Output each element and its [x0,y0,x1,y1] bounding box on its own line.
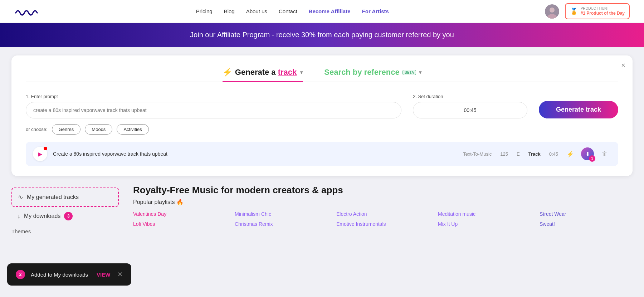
bottom-section: ∿ My generated tracks ↓ My downloads 3 T… [0,185,644,234]
chevron-down-icon: ▾ [300,69,303,75]
duration-label: 2. Set duration [413,94,527,99]
notification-dot [44,147,47,150]
download-wrap: ⬇ 1 [581,147,594,160]
tab-generate[interactable]: ⚡ Generate a track ▾ [223,68,303,82]
nav-links: Pricing Blog About us Contact Become Aff… [196,8,389,14]
tag-genres[interactable]: Genres [52,124,81,135]
track-row: ▶ Create a 80s inspired vaporwave track … [26,142,618,166]
nav-artists[interactable]: For Artists [362,8,389,14]
playlist-electro[interactable]: Electro Action [336,211,429,217]
playlist-christmas[interactable]: Christmas Remix [235,221,328,227]
generator-form: 1. Enter prompt 2. Set duration Generate… [26,94,618,118]
playlist-grid: Valentines Day Minimalism Chic Electro A… [133,211,633,227]
track-meta: Text-To-Music 125 E Track 0:45 [463,151,558,157]
chevron-down-icon-search: ▾ [419,69,421,75]
downloads-badge: 3 [64,212,73,220]
tags-row: or choose: Genres Moods Activities [26,124,618,135]
playlist-mixitup[interactable]: Mix It Up [438,221,531,227]
tag-moods[interactable]: Moods [85,124,112,135]
play-icon: ▶ [38,151,42,157]
nav-blog[interactable]: Blog [224,8,235,14]
track-duration: 0:45 [549,151,558,157]
track-label: Track [528,151,541,157]
playlists-label: Popular playlists 🔥 [133,199,633,205]
nav-affiliate[interactable]: Become Affiliate [309,8,351,14]
generator-card: × ⚡ Generate a track ▾ Search by referen… [11,55,633,176]
prompt-input[interactable] [26,102,401,118]
track-key: E [517,151,520,157]
avatar[interactable] [545,4,559,19]
affiliate-banner[interactable]: Join our Affiliate Program - receive 30%… [0,23,644,47]
lightning-icon: ⚡ [223,68,232,77]
delete-button[interactable]: 🗑 [598,147,611,160]
prompt-label: 1. Enter prompt [26,94,401,99]
playlist-meditation[interactable]: Meditation music [438,211,531,217]
tab-row: ⚡ Generate a track ▾ Search by reference… [26,67,618,82]
playlist-lofi[interactable]: Lofi Vibes [133,221,226,227]
duration-input[interactable] [413,102,527,118]
playlist-minimalism[interactable]: Minimalism Chic [235,211,328,217]
sidebar-item-generated[interactable]: ∿ My generated tracks [11,188,119,207]
ph-text: PRODUCT HUNT #1 Product of the Day [581,6,625,16]
sidebar: ∿ My generated tracks ↓ My downloads 3 T… [11,185,119,234]
nav-right: 🏅 PRODUCT HUNT #1 Product of the Day [545,3,630,19]
tag-activities[interactable]: Activities [117,124,148,135]
content-area: Royalty-Free Music for modern creators &… [119,185,633,234]
regenerate-button[interactable]: ⚡ [564,147,577,160]
svg-point-1 [550,8,555,13]
track-bpm: 125 [500,151,508,157]
sidebar-item-downloads[interactable]: ↓ My downloads 3 [11,207,119,225]
generate-button[interactable]: Generate track [539,101,618,118]
duration-group: 2. Set duration [413,94,527,118]
nav-pricing[interactable]: Pricing [196,8,213,14]
play-button[interactable]: ▶ [33,147,47,161]
logo[interactable] [14,6,40,17]
content-title: Royalty-Free Music for modern creators &… [133,185,633,196]
nav-about[interactable]: About us [246,8,267,14]
tab-search[interactable]: Search by reference BETA ▾ [324,68,421,82]
tab-generate-label: Generate a track [235,68,297,77]
download-icon: ↓ [17,213,20,220]
waveform-icon: ∿ [18,193,23,201]
nav-contact[interactable]: Contact [279,8,297,14]
navbar: Pricing Blog About us Contact Become Aff… [0,0,644,23]
playlist-valentines[interactable]: Valentines Day [133,211,226,217]
playlist-streetwear[interactable]: Street Wear [540,211,633,217]
close-button[interactable]: × [621,61,625,69]
prompt-group: 1. Enter prompt [26,94,401,118]
medal-icon: 🏅 [570,8,578,15]
themes-label: Themes [11,228,119,234]
track-actions: ⚡ ⬇ 1 🗑 [564,147,611,160]
product-hunt-badge[interactable]: 🏅 PRODUCT HUNT #1 Product of the Day [565,3,630,19]
playlist-sweat[interactable]: Sweat! [540,221,633,227]
download-badge: 1 [589,155,595,162]
playlist-emotive[interactable]: Emotive Instrumentals [336,221,429,227]
tags-label: or choose: [26,127,48,132]
track-title: Create a 80s inspired vaporwave track th… [53,151,457,157]
track-type: Text-To-Music [463,151,492,157]
